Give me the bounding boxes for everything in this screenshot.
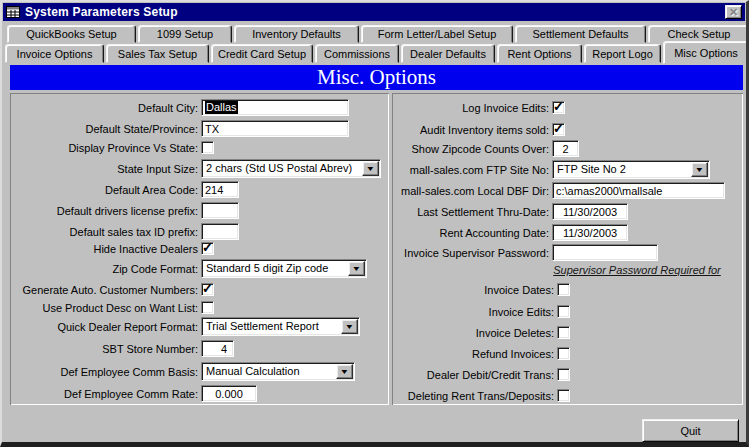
right-options-panel: Log Invoice Edits: Audit Inventory items… — [392, 93, 743, 405]
dealer-debit-credit-row: Dealer Debit/Credit Trans: — [392, 368, 570, 381]
rent-accounting-date-input[interactable] — [552, 224, 628, 241]
employee-comm-rate-row: Def Employee Comm Rate: — [10, 385, 257, 402]
zip-code-format-select[interactable]: Standard 5 digit Zip code ▼ — [201, 259, 367, 278]
sbt-store-number-row: SBT Store Number: — [10, 340, 234, 357]
drivers-license-prefix-input[interactable] — [201, 202, 239, 219]
tab-quickbooks-setup[interactable]: QuickBooks Setup — [7, 25, 136, 43]
close-icon: ✕ — [729, 7, 738, 18]
employee-comm-basis-select[interactable]: Manual Calculation ▼ — [201, 362, 355, 381]
default-city-row: Default City: Dallas — [10, 99, 349, 116]
refund-invoices-checkbox[interactable] — [557, 347, 570, 360]
sbt-store-number-label: SBT Store Number: — [10, 343, 198, 355]
quit-button[interactable]: Quit — [642, 419, 739, 442]
state-input-size-label: State Input Size: — [10, 163, 198, 175]
deleting-rent-trans-checkbox[interactable] — [557, 389, 570, 402]
last-settlement-date-label: Last Settlement Thru-Date: — [392, 206, 549, 218]
invoice-edits-checkbox[interactable] — [557, 305, 570, 318]
invoice-edits-row: Invoice Edits: — [392, 305, 570, 318]
employee-comm-rate-input[interactable] — [201, 385, 257, 402]
local-dbf-dir-input[interactable] — [552, 182, 725, 199]
display-province-label: Display Province Vs State: — [10, 142, 198, 154]
invoice-dates-checkbox[interactable] — [557, 283, 570, 296]
tab-credit-card-setup[interactable]: Credit Card Setup — [211, 44, 313, 63]
last-settlement-date-input[interactable] — [552, 203, 628, 220]
tab-sales-tax-setup[interactable]: Sales Tax Setup — [106, 44, 209, 63]
dropdown-button[interactable]: ▼ — [691, 162, 708, 177]
tab-settlement-defaults[interactable]: Settlement Defaults — [515, 25, 646, 43]
default-state-input[interactable] — [201, 120, 349, 137]
dropdown-button[interactable]: ▼ — [336, 364, 353, 379]
sbt-store-number-input[interactable] — [201, 340, 234, 357]
left-options-panel: Default City: Dallas Default State/Provi… — [10, 93, 389, 405]
zipcode-counts-input[interactable] — [552, 140, 579, 157]
tab-inventory-defaults[interactable]: Inventory Defaults — [234, 25, 359, 43]
tab-commissions[interactable]: Commissions — [315, 44, 399, 63]
chevron-down-icon: ▼ — [352, 265, 362, 272]
audit-inventory-checkbox[interactable] — [552, 123, 565, 136]
product-desc-want-list-label: Use Product Desc on Want List: — [10, 302, 198, 314]
tab-dealer-defaults[interactable]: Dealer Defaults — [401, 44, 495, 63]
dealer-debit-credit-checkbox[interactable] — [557, 368, 570, 381]
tab-row-2: Invoice Options Sales Tax Setup Credit C… — [3, 44, 749, 63]
page-title: Misc. Options — [10, 65, 743, 90]
audit-inventory-label: Audit Inventory items sold: — [392, 124, 549, 136]
deleting-rent-trans-label: Deleting Rent Trans/Deposits: — [392, 390, 554, 402]
product-desc-want-list-checkbox[interactable] — [201, 301, 214, 314]
tab-form-letter-label-setup[interactable]: Form Letter/Label Setup — [361, 25, 513, 43]
dropdown-button[interactable]: ▼ — [348, 261, 365, 276]
state-input-size-select[interactable]: 2 chars (Std US Postal Abrev) ▼ — [201, 159, 381, 178]
ftp-site-select[interactable]: FTP Site No 2 ▼ — [552, 160, 710, 179]
tab-invoice-options[interactable]: Invoice Options — [5, 44, 104, 63]
tab-row-1: QuickBooks Setup 1099 Setup Inventory De… — [3, 25, 749, 43]
product-desc-want-list-row: Use Product Desc on Want List: — [10, 301, 214, 314]
ftp-site-row: mall-sales.com FTP Site No: FTP Site No … — [392, 160, 710, 179]
tab-misc-options[interactable]: Misc Options — [663, 41, 749, 64]
system-parameters-window: System Parameters Setup ✕ QuickBooks Set… — [0, 0, 749, 447]
dropdown-button[interactable]: ▼ — [362, 161, 379, 176]
default-area-code-input[interactable] — [201, 181, 239, 198]
refund-invoices-row: Refund Invoices: — [392, 347, 570, 360]
local-dbf-dir-label: mall-sales.com Local DBF Dir: — [392, 185, 549, 197]
quick-dealer-report-select[interactable]: Trial Settlement Report ▼ — [201, 317, 360, 336]
zipcode-counts-row: Show Zipcode Counts Over: — [392, 140, 579, 157]
sales-tax-prefix-input[interactable] — [201, 223, 239, 240]
log-invoice-edits-row: Log Invoice Edits: — [392, 101, 565, 114]
chevron-down-icon: ▼ — [695, 166, 705, 173]
zip-code-format-label: Zip Code Format: — [10, 263, 198, 275]
supervisor-password-label: Invoice Supervisor Password: — [392, 247, 549, 259]
display-province-checkbox[interactable] — [201, 141, 214, 154]
invoice-deletes-checkbox[interactable] — [557, 326, 570, 339]
tab-report-logo[interactable]: Report Logo — [584, 44, 661, 63]
invoice-dates-label: Invoice Dates: — [392, 284, 554, 296]
log-invoice-edits-checkbox[interactable] — [552, 101, 565, 114]
zipcode-counts-label: Show Zipcode Counts Over: — [392, 143, 549, 155]
supervisor-password-input[interactable] — [552, 244, 658, 261]
default-city-input[interactable]: Dallas — [201, 99, 349, 116]
dropdown-button[interactable]: ▼ — [341, 319, 358, 334]
quick-dealer-report-label: Quick Dealer Report Format: — [10, 321, 198, 333]
drivers-license-prefix-row: Default drivers license prefix: — [10, 202, 239, 219]
hide-inactive-dealers-checkbox[interactable] — [201, 242, 214, 255]
log-invoice-edits-label: Log Invoice Edits: — [392, 102, 549, 114]
area-code-row: Default Area Code: — [10, 181, 239, 198]
auto-customer-numbers-checkbox[interactable] — [201, 283, 214, 296]
invoice-deletes-label: Invoice Deletes: — [392, 327, 554, 339]
chevron-down-icon: ▼ — [340, 368, 350, 375]
chevron-down-icon: ▼ — [366, 165, 376, 172]
rent-accounting-date-row: Rent Accounting Date: — [392, 224, 628, 241]
tab-rent-options[interactable]: Rent Options — [497, 44, 582, 63]
invoice-dates-row: Invoice Dates: — [392, 283, 570, 296]
dealer-debit-credit-label: Dealer Debit/Credit Trans: — [392, 369, 554, 381]
tab-1099-setup[interactable]: 1099 Setup — [138, 25, 232, 43]
close-button[interactable]: ✕ — [725, 5, 742, 19]
local-dbf-dir-row: mall-sales.com Local DBF Dir: — [392, 182, 725, 199]
chevron-down-icon: ▼ — [345, 323, 355, 330]
rent-accounting-date-label: Rent Accounting Date: — [392, 227, 549, 239]
default-state-row: Default State/Province: — [10, 120, 349, 137]
employee-comm-basis-label: Def Employee Comm Basis: — [10, 366, 198, 378]
auto-customer-numbers-row: Generate Auto. Customer Numbers: — [10, 283, 214, 296]
sales-tax-prefix-row: Default sales tax ID prefix: — [10, 223, 239, 240]
employee-comm-rate-label: Def Employee Comm Rate: — [10, 388, 198, 400]
quick-dealer-report-row: Quick Dealer Report Format: Trial Settle… — [10, 317, 360, 336]
invoice-edits-label: Invoice Edits: — [392, 306, 554, 318]
